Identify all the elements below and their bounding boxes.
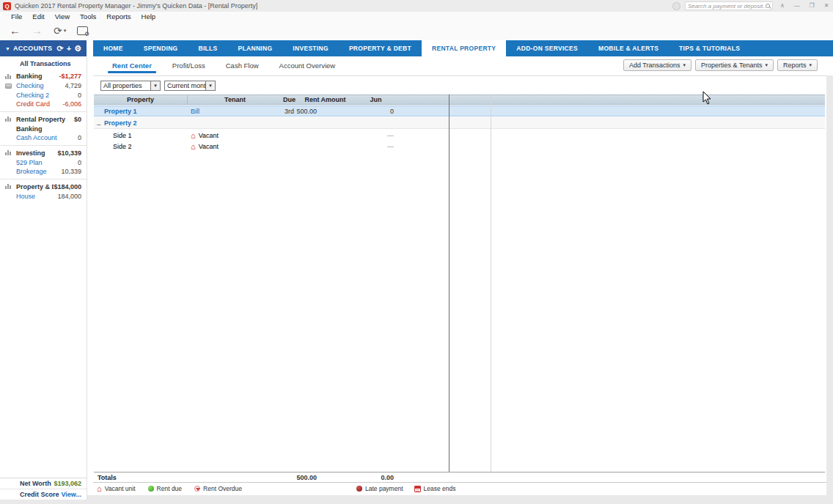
chevron-down-icon: ▾: [765, 62, 768, 68]
net-worth-value: $193,062: [54, 480, 81, 487]
tenant-link[interactable]: Bill: [191, 108, 199, 115]
period-filter-select[interactable]: Current month ▼: [164, 81, 216, 91]
month-value: —: [355, 143, 397, 150]
sidebar-item-brokerage[interactable]: Brokerage 10,339: [0, 167, 87, 177]
table-row-side-2[interactable]: Side 2 ⌂ Vacant —: [94, 141, 825, 152]
sidebar-item-credit-card[interactable]: Credit Card -6,006: [0, 100, 87, 109]
account-balance: 10,339: [61, 168, 81, 175]
add-account-icon[interactable]: +: [67, 40, 71, 56]
legend-label: Vacant unit: [105, 485, 136, 492]
divider: [449, 94, 449, 482]
legend-label: Rent due: [157, 485, 183, 492]
account-label: Checking 2: [16, 92, 78, 99]
sidebar-item-house[interactable]: House 184,000: [0, 192, 87, 201]
sidebar-item-rental-property[interactable]: Rental Property $0: [0, 114, 87, 125]
tab-add-on-services[interactable]: ADD-ON SERVICES: [506, 40, 588, 56]
credit-score-view-link[interactable]: View...: [61, 491, 81, 498]
sidebar-item-cash-account[interactable]: Cash Account 0: [0, 133, 87, 143]
menu-bar: File Edit View Tools Reports Help: [0, 12, 833, 21]
sidebar-item-all-transactions[interactable]: All Transactions: [0, 58, 87, 71]
back-icon[interactable]: ←: [10, 23, 21, 38]
table-row-side-1[interactable]: Side 1 ⌂ Vacant —: [94, 130, 825, 141]
restore-button[interactable]: ❐: [807, 1, 817, 11]
table-row-property-2[interactable]: − Property 2: [94, 117, 825, 129]
legend-vacant-unit: ⌂ Vacant unit: [97, 485, 136, 492]
footer-margin: [0, 500, 833, 504]
accounts-settings-icon[interactable]: ⚙: [74, 40, 81, 56]
menu-file[interactable]: File: [6, 12, 27, 21]
tab-account-overview[interactable]: Account Overview: [269, 56, 346, 75]
accounts-refresh-icon[interactable]: ⟳: [56, 40, 63, 56]
tab-rental-property[interactable]: RENTAL PROPERTY: [422, 40, 506, 56]
vacant-unit-icon: ⌂: [191, 132, 196, 139]
tab-spending[interactable]: SPENDING: [133, 40, 188, 56]
credit-score-row: Credit Score View...: [0, 489, 87, 500]
property-link[interactable]: Property 2: [104, 119, 137, 127]
divider: [93, 75, 826, 76]
menu-help[interactable]: Help: [136, 12, 161, 21]
rent-amount: 500.00: [296, 108, 355, 115]
account-chart-icon: [5, 74, 11, 79]
tab-planning[interactable]: PLANNING: [228, 40, 283, 56]
table-row-property-1[interactable]: Property 1 Bill 3rd 500.00 0: [94, 105, 825, 116]
month-value: 0: [355, 108, 397, 115]
legend-label: Rent Overdue: [203, 485, 242, 492]
account-balance: $184,000: [54, 183, 81, 190]
column-header-tenant[interactable]: Tenant: [188, 95, 282, 104]
sidebar-item-banking[interactable]: Banking -$1,277: [0, 71, 87, 81]
sidebar-item-checking-2[interactable]: Checking 2 0: [0, 91, 87, 100]
right-margin: [826, 75, 833, 504]
collapse-icon[interactable]: −: [97, 121, 101, 129]
chevron-down-icon[interactable]: ▼: [150, 81, 160, 90]
account-balance: 0: [78, 134, 81, 141]
global-search-input[interactable]: Search a payment or deposit...: [685, 1, 773, 10]
menu-view[interactable]: View: [50, 12, 75, 21]
menu-tools[interactable]: Tools: [75, 12, 101, 21]
quicken-logo-icon: Q: [3, 2, 11, 10]
sidebar-item-529-plan[interactable]: 529 Plan 0: [0, 158, 87, 168]
account-balance: 184,000: [57, 193, 81, 200]
search-icon: [766, 4, 770, 8]
property-link[interactable]: Property 1: [104, 108, 137, 115]
menu-edit[interactable]: Edit: [27, 12, 49, 21]
accounts-collapse-icon[interactable]: ▼: [5, 46, 10, 51]
column-header-rent-amount[interactable]: Rent Amount: [296, 95, 355, 104]
sidebar-item-property-debt[interactable]: Property & Debt $184,000: [0, 182, 87, 192]
sidebar-item-investing[interactable]: Investing $10,339: [0, 148, 87, 158]
one-step-update-button[interactable]: ⟳ ▾: [54, 23, 66, 38]
forward-icon[interactable]: →: [32, 23, 43, 38]
menu-reports[interactable]: Reports: [101, 12, 136, 21]
tab-home[interactable]: HOME: [93, 40, 133, 56]
column-header-due[interactable]: Due: [282, 95, 296, 104]
properties-tenants-button[interactable]: Properties & Tenants ▾: [695, 59, 774, 71]
reports-button[interactable]: Reports ▾: [777, 59, 818, 71]
sync-status-icon[interactable]: [672, 2, 680, 10]
rent-table-header: Property Tenant Due Rent Amount Jun: [94, 94, 825, 105]
chevron-down-icon[interactable]: ▼: [205, 81, 215, 90]
tab-cash-flow[interactable]: Cash Flow: [216, 56, 269, 75]
divider: [0, 179, 87, 179]
sidebar-item-checking[interactable]: Checking 4,729: [0, 81, 87, 91]
action-buttons: Add Transactions ▾ Properties & Tenants …: [623, 59, 818, 71]
column-header-property[interactable]: Property: [94, 95, 188, 104]
account-label: Checking: [16, 82, 65, 89]
account-label: Property & Debt: [16, 183, 54, 190]
rent-due-icon: [148, 486, 154, 492]
collapse-toolbar-icon[interactable]: ∧: [777, 1, 788, 11]
mobile-sync-settings-icon[interactable]: ⚙: [77, 26, 88, 35]
minimize-button[interactable]: —: [792, 1, 802, 11]
gear-icon: ⚙: [84, 32, 89, 37]
tab-profit-loss[interactable]: Profit/Loss: [162, 56, 216, 75]
tab-property-debt[interactable]: PROPERTY & DEBT: [339, 40, 422, 56]
add-transactions-button[interactable]: Add Transactions ▾: [623, 59, 691, 71]
tab-tips-tutorials[interactable]: TIPS & TUTORIALS: [669, 40, 750, 56]
tab-bills[interactable]: BILLS: [188, 40, 228, 56]
tab-rent-center[interactable]: Rent Center: [102, 56, 162, 75]
tab-mobile-alerts[interactable]: MOBILE & ALERTS: [588, 40, 669, 56]
close-button[interactable]: ✕: [821, 1, 832, 11]
chevron-down-icon: ▾: [809, 62, 812, 68]
update-dropdown-caret-icon[interactable]: ▾: [64, 28, 67, 34]
property-filter-select[interactable]: All properties ▼: [100, 81, 161, 91]
column-header-jun[interactable]: Jun: [355, 95, 397, 104]
tab-investing[interactable]: INVESTING: [282, 40, 339, 56]
